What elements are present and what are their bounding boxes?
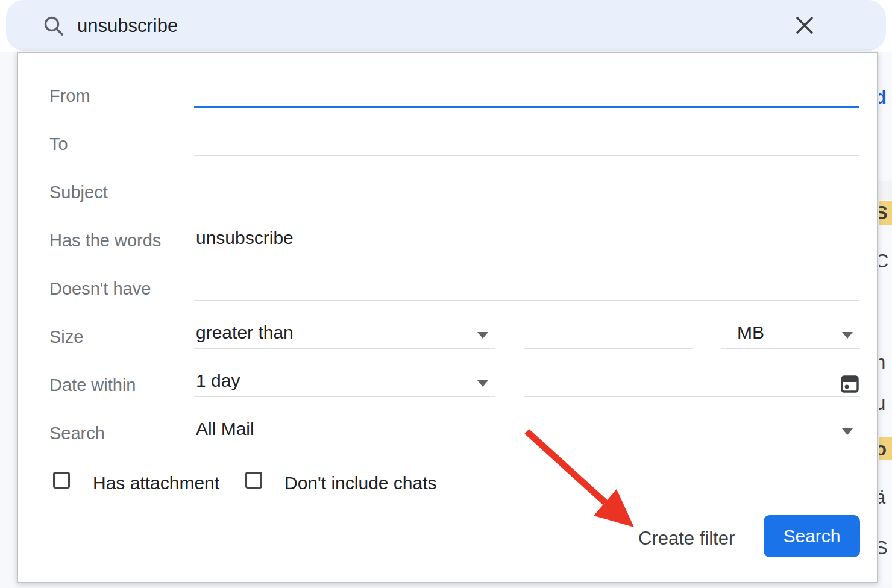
date-range-value: 1 day [196, 371, 240, 391]
create-filter-button[interactable]: Create filter [638, 528, 735, 549]
doesnt-have-input[interactable] [194, 274, 859, 301]
chevron-down-icon [477, 332, 488, 339]
search-scope-select[interactable]: All Mail [194, 419, 860, 445]
has-attachment-label: Has attachment [93, 473, 219, 493]
dont-include-chats-checkbox[interactable] [245, 472, 262, 489]
background-band [879, 181, 892, 200]
doesnt-have-label: Doesn't have [49, 279, 151, 299]
chevron-down-icon [842, 332, 853, 339]
date-range-select[interactable]: 1 day [194, 371, 495, 397]
search-scope-label: Search [49, 424, 105, 443]
search-icon [42, 14, 65, 40]
clipped-text-fragment: n [879, 352, 885, 374]
clipped-text-fragment: C [879, 251, 888, 272]
advanced-search-dialog: From To Subject Has the words Doesn't ha… [17, 52, 878, 583]
size-amount-input[interactable] [524, 322, 693, 349]
size-label: Size [49, 327, 83, 347]
chevron-down-icon [842, 428, 853, 435]
to-label: To [49, 134, 68, 154]
subject-label: Subject [49, 183, 108, 202]
close-search-icon[interactable] [790, 11, 819, 40]
clipped-text-fragment: d [879, 87, 887, 108]
size-unit-select[interactable]: MB [721, 322, 860, 349]
size-operator-select[interactable]: greater than [194, 322, 495, 349]
search-button[interactable]: Search [764, 515, 860, 557]
background-email-list-strip: d S C ' n u o ä S [879, 52, 892, 583]
subject-input[interactable] [194, 178, 859, 204]
gmail-search-bar[interactable]: unsubscribe [6, 0, 886, 51]
has-attachment-checkbox[interactable] [53, 472, 70, 489]
clipped-text-fragment: o [879, 439, 887, 460]
has-words-input[interactable] [194, 226, 859, 252]
search-scope-value: All Mail [196, 419, 254, 439]
chevron-down-icon [477, 380, 488, 387]
search-query-text[interactable]: unsubscribe [77, 15, 178, 37]
from-input[interactable] [194, 81, 859, 108]
clipped-text-fragment: ä [879, 487, 885, 508]
clipped-text-fragment: S [879, 537, 888, 559]
dont-include-chats-label: Don't include chats [284, 473, 437, 493]
calendar-icon[interactable] [840, 374, 859, 393]
size-unit-value: MB [737, 322, 764, 343]
clipped-text-fragment: u [879, 393, 885, 414]
has-words-label: Has the words [49, 231, 161, 251]
clipped-text-fragment: S [879, 202, 888, 224]
from-label: From [49, 86, 90, 106]
size-operator-value: greater than [196, 322, 294, 343]
to-input[interactable] [194, 130, 859, 156]
date-within-label: Date within [49, 375, 136, 395]
date-input[interactable] [524, 371, 860, 397]
